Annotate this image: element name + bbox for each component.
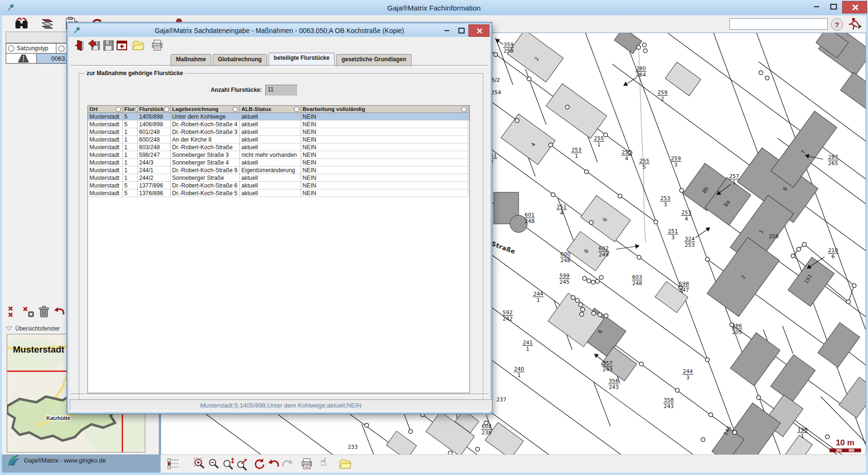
folder-icon[interactable] (131, 39, 145, 52)
map-label: 254 (491, 89, 501, 96)
table-cell: Musterstadt (88, 166, 123, 174)
table-row[interactable]: Musterstadt51406/898Dr.-Robert-Koch-Stra… (88, 121, 469, 128)
zoom-vertical-icon[interactable] (222, 457, 235, 471)
map-label: 1 (801, 433, 804, 439)
close-button[interactable] (842, 1, 867, 13)
minimize-button[interactable] (808, 1, 825, 12)
filter-circle-icon[interactable] (164, 107, 169, 112)
map-label: 5/2 (491, 77, 500, 83)
map-label: 233 (348, 444, 358, 450)
refresh-icon[interactable] (252, 457, 266, 471)
tab-beteiligte-flurstücke[interactable]: beteiligte Flurstücke (269, 53, 335, 66)
table-cell: aktuell (240, 136, 301, 144)
count-field[interactable]: 11 (265, 85, 298, 96)
new-record-icon[interactable] (115, 39, 129, 52)
map-label: 244 (533, 291, 543, 297)
column-header[interactable]: Flur (123, 106, 138, 113)
folder-icon[interactable] (338, 457, 352, 471)
table-cell: 603/248 (138, 144, 171, 151)
table-cell: 600/248 (138, 136, 171, 144)
remove-entry-icon[interactable] (22, 305, 35, 319)
window-border (0, 473, 868, 475)
search-input[interactable] (729, 18, 828, 30)
map-label: 598 (679, 281, 689, 287)
table-cell: Musterstadt (88, 189, 123, 197)
dialog-maximize-button[interactable] (454, 26, 468, 35)
column-header[interactable]: ALB-Status (240, 106, 301, 113)
table-row[interactable]: Musterstadt1603/248Dr.-Robert-Koch-Straß… (88, 144, 469, 151)
table-cell: aktuell (240, 189, 301, 197)
overview-city-label: Musterstadt (13, 344, 65, 354)
map-label: 602 (599, 245, 609, 252)
record-type-cell[interactable] (6, 53, 39, 64)
print-icon[interactable] (300, 457, 314, 471)
table-cell: Musterstadt (88, 144, 123, 151)
help-icon[interactable]: ? (831, 18, 843, 31)
dialog-minimize-button[interactable] (440, 26, 454, 35)
overview-panel-header[interactable]: Übersichtsfenster (6, 325, 60, 332)
table-row[interactable]: Musterstadt1600/248An der Kirche 8aktuel… (88, 136, 469, 144)
trash-icon[interactable] (37, 305, 51, 319)
map-label: 244 (683, 368, 693, 375)
table-cell: NEIN (301, 189, 468, 197)
running-man-exit-icon[interactable] (848, 17, 862, 31)
delete-all-icon[interactable] (7, 305, 20, 319)
table-row[interactable]: Musterstadt1598/247Sonneberger Straße 3n… (88, 151, 469, 159)
radio-satzungstyp[interactable]: Satzungstyp (6, 43, 58, 54)
undo-red-icon[interactable] (267, 457, 280, 471)
column-label: Bearbeitung vollständig (303, 106, 365, 112)
redo-gray-icon[interactable] (281, 457, 294, 471)
table-row[interactable]: Musterstadt1601/248Dr.-Robert-Koch-Straß… (88, 128, 469, 136)
table-row[interactable]: Musterstadt1244/2Sonneberger Straßeaktue… (88, 174, 469, 182)
column-header[interactable]: Bearbeitung vollständig (301, 106, 468, 113)
zoom-select-icon[interactable] (236, 457, 250, 471)
column-header[interactable]: Lagebezeichnung (171, 106, 240, 113)
map-label: 608 (482, 423, 492, 430)
filter-circle-icon[interactable] (116, 107, 121, 112)
map-label: 356 (609, 378, 619, 384)
filter-circle-icon[interactable] (294, 107, 299, 112)
app-statusbar: Gaja®Matrix - www.gingko.de (7, 453, 106, 467)
exit-door-icon[interactable] (72, 39, 86, 52)
map-label: 4 (560, 210, 564, 216)
table-row[interactable]: Musterstadt51377/896Dr.-Robert-Koch-Stra… (88, 182, 469, 189)
dialog-close-button[interactable] (468, 24, 489, 37)
maximize-button[interactable] (825, 1, 842, 12)
zoom-in-icon[interactable] (193, 457, 206, 471)
save-close-icon[interactable] (87, 39, 101, 52)
radio-icon[interactable] (8, 45, 14, 52)
layers-icon[interactable] (40, 17, 54, 31)
map-label: 1 (518, 372, 521, 378)
table-row[interactable]: Musterstadt51376/896Dr.-Robert-Koch-Stra… (88, 189, 469, 197)
save-icon[interactable] (102, 39, 115, 52)
legend-icon[interactable] (166, 457, 180, 471)
table-row[interactable]: Musterstadt1244/3Sonneberger Straße 4akt… (88, 159, 469, 166)
print-icon[interactable] (151, 39, 164, 52)
table-cell: aktuell (240, 182, 301, 189)
table-cell: 601/248 (138, 128, 171, 136)
search-binoculars-icon[interactable] (14, 17, 29, 31)
table-cell: Dr.-Robert-Koch-Straße 9 (171, 166, 240, 174)
column-header[interactable]: Flurstück (138, 106, 171, 113)
undo-icon[interactable] (53, 305, 66, 319)
main-titlebar: Gaja®Matrix Fachinformation (0, 0, 868, 16)
radio-icon[interactable] (58, 45, 65, 52)
map-label: 241 (523, 340, 533, 346)
column-header[interactable]: Ort (88, 106, 123, 113)
hand-icon[interactable]: ☝ (320, 456, 334, 469)
map-label: 253 (572, 147, 582, 153)
table-row[interactable]: Musterstadt1244/1Dr.-Robert-Koch-Straße … (88, 166, 469, 174)
map-toolbar: ☝ (161, 454, 866, 473)
zoom-out-icon[interactable] (207, 457, 221, 471)
column-label: Flurstück (139, 106, 164, 112)
map-label: 238 (482, 430, 492, 436)
table-cell: Dr.-Robert-Koch-Straße 6 (171, 182, 240, 189)
table-row[interactable]: Musterstadt51405/898Unter dem Kohlwegeak… (88, 113, 469, 121)
dialog-titlebar[interactable]: Gaja®Matrix Sachdateneingabe - Maßnahmen… (68, 24, 490, 37)
flurstuecke-table[interactable]: OrtFlurFlurstückLagebezeichnungALB-Statu… (87, 105, 470, 393)
filter-circle-icon[interactable] (233, 107, 238, 112)
dialog-statusbar: Musterstadt;5;1405/898;Unter dem Kohlweg… (70, 399, 492, 411)
table-cell: Musterstadt (88, 136, 123, 144)
table-cell: NEIN (301, 121, 468, 128)
filter-circle-icon[interactable] (461, 107, 467, 112)
